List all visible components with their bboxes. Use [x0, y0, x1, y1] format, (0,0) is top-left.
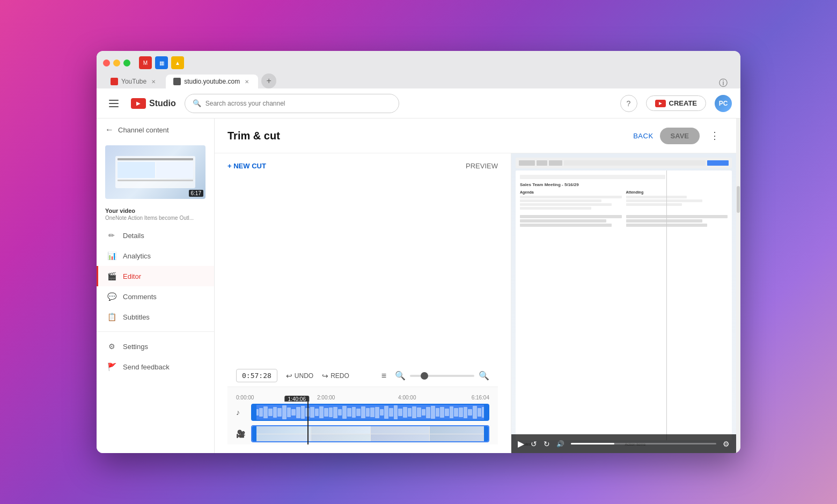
video-frames-grid: [252, 426, 488, 441]
playhead-time-marker: 1:40:06: [285, 396, 309, 402]
extension-icon-3[interactable]: ▲: [171, 56, 184, 69]
help-button[interactable]: ?: [620, 95, 637, 112]
new-cut-bar: + NEW CUT PREVIEW: [227, 162, 498, 170]
create-video-icon: [655, 100, 666, 107]
video-track-right-handle[interactable]: [484, 426, 488, 441]
scrollbar-thumb[interactable]: [737, 186, 740, 213]
zoom-out-icon[interactable]: 🔍: [395, 370, 406, 381]
zoom-controls: 🔍 🔍: [395, 370, 489, 381]
tab-youtube-label: YouTube: [121, 78, 146, 85]
header-bar: Studio 🔍 ? CREATE PC: [97, 88, 740, 118]
preview-toolbar: ▶ ↺ ↻ 🔊 ⚙: [511, 434, 736, 453]
comments-label: Comments: [123, 293, 157, 301]
preview-container: Sales Team Meeting - 5/16/29 Agenda: [511, 153, 736, 453]
new-tab-button[interactable]: +: [261, 73, 276, 88]
search-input[interactable]: [205, 100, 391, 107]
subtitles-label: Subtitles: [123, 313, 150, 321]
settings-icon: ⚙: [107, 342, 116, 351]
player-settings-button[interactable]: ⚙: [723, 440, 730, 448]
audio-track[interactable]: [251, 404, 489, 421]
tab-studio-close[interactable]: ✕: [243, 78, 251, 85]
track-right-handle[interactable]: [484, 405, 488, 420]
new-cut-button[interactable]: + NEW CUT: [227, 162, 266, 170]
extension-icon-1[interactable]: M: [139, 56, 152, 69]
tab-youtube-close[interactable]: ✕: [150, 78, 157, 85]
video-thumbnail-container: 6:17: [105, 145, 205, 199]
redo-label: REDO: [331, 372, 349, 380]
sidebar-item-analytics[interactable]: 📊 Analytics: [97, 246, 214, 266]
undo-button[interactable]: ↩ UNDO: [286, 372, 313, 380]
scrollbar-track[interactable]: [736, 118, 740, 453]
video-thumbnail: 6:17: [105, 145, 205, 199]
editor-icon: 🎬: [107, 271, 116, 281]
undo-label: UNDO: [295, 372, 313, 380]
main-content: Trim & cut BACK SAVE ⋮ + NEW CUT: [215, 118, 736, 453]
redo-icon: ↪: [322, 372, 328, 380]
tab-youtube[interactable]: YouTube ✕: [103, 75, 165, 88]
sidebar-item-settings[interactable]: ⚙ Settings: [97, 336, 214, 357]
player-progress-fill: [571, 443, 614, 444]
video-preview-panel: Sales Team Meeting - 5/16/29 Agenda: [511, 153, 736, 453]
more-options-button[interactable]: ⋮: [706, 127, 723, 144]
content-body: + NEW CUT PREVIEW 0:57:28 ↩ UNDO: [215, 153, 736, 453]
extension-icon-2[interactable]: ▦: [155, 56, 168, 69]
tab-studio-favicon: [173, 78, 181, 85]
play-button[interactable]: ▶: [518, 439, 524, 449]
browser-chrome: M ▦ ▲ YouTube ✕ studio.youtube.com ✕ + ⓘ: [97, 51, 740, 88]
back-to-channel-content[interactable]: ← Channel content: [97, 118, 214, 141]
audio-track-row: ♪: [236, 402, 489, 423]
video-track-left-handle[interactable]: [252, 426, 256, 441]
sidebar-item-details[interactable]: ✏ Details: [97, 225, 214, 246]
video-duration-badge: 6:17: [189, 190, 203, 197]
sidebar-item-comments[interactable]: 💬 Comments: [97, 286, 214, 307]
create-button[interactable]: CREATE: [646, 95, 706, 111]
ruler-mark-3: 4:00:00: [398, 395, 416, 401]
traffic-lights: [103, 60, 130, 66]
browser-info-icon[interactable]: ⓘ: [719, 78, 730, 88]
feedback-label: Send feedback: [123, 363, 170, 371]
search-icon: 🔍: [193, 99, 201, 107]
avatar[interactable]: PC: [715, 95, 732, 112]
sidebar-item-editor[interactable]: 🎬 Editor: [97, 266, 214, 286]
video-track[interactable]: [251, 425, 489, 442]
zoom-in-icon[interactable]: 🔍: [479, 370, 489, 381]
sidebar-divider: [97, 331, 214, 332]
hamburger-menu[interactable]: [105, 95, 122, 112]
zoom-thumb[interactable]: [421, 372, 428, 380]
save-button[interactable]: SAVE: [660, 128, 700, 144]
zoom-track[interactable]: [410, 375, 474, 377]
player-progress-bar[interactable]: [571, 443, 716, 444]
sidebar-item-feedback[interactable]: 🚩 Send feedback: [97, 357, 214, 377]
editor-label: Editor: [123, 272, 141, 280]
ruler-mark-4: 6:16:04: [472, 395, 489, 401]
fullscreen-traffic-light[interactable]: [123, 60, 130, 66]
comments-icon: 💬: [107, 292, 116, 301]
menu-dots-button[interactable]: ≡: [381, 371, 386, 381]
details-label: Details: [123, 232, 144, 240]
tab-studio[interactable]: studio.youtube.com ✕: [166, 75, 258, 88]
sidebar: ← Channel content: [97, 118, 215, 453]
redo-button[interactable]: ↪ REDO: [322, 372, 349, 380]
minimize-traffic-light[interactable]: [113, 60, 120, 66]
analytics-label: Analytics: [123, 252, 151, 260]
video-info: Your video OneNote Action Items become O…: [97, 203, 214, 225]
close-traffic-light[interactable]: [103, 60, 110, 66]
create-label: CREATE: [669, 99, 697, 107]
video-subtitle: OneNote Action Items become Outl...: [105, 215, 205, 221]
back-link[interactable]: BACK: [633, 132, 653, 140]
track-left-handle[interactable]: [252, 405, 256, 420]
video-track-icon: 🎥: [236, 429, 247, 438]
ruler-mark-0: 0:00:00: [236, 395, 254, 401]
replay-button[interactable]: ↺: [531, 440, 537, 448]
ruler-mark-2: 2:00:00: [317, 395, 335, 401]
feedback-icon: 🚩: [107, 362, 116, 372]
volume-button[interactable]: 🔊: [556, 440, 564, 448]
audio-waveform: [252, 405, 488, 420]
studio-text: Studio: [149, 99, 176, 108]
forward-button[interactable]: ↻: [544, 440, 550, 448]
search-bar[interactable]: 🔍: [185, 94, 399, 113]
tab-yt-favicon: [111, 78, 118, 85]
tab-studio-label: studio.youtube.com: [184, 78, 240, 85]
trim-cut-header: Trim & cut BACK SAVE ⋮: [215, 118, 736, 153]
sidebar-item-subtitles[interactable]: 📋 Subtitles: [97, 307, 214, 327]
